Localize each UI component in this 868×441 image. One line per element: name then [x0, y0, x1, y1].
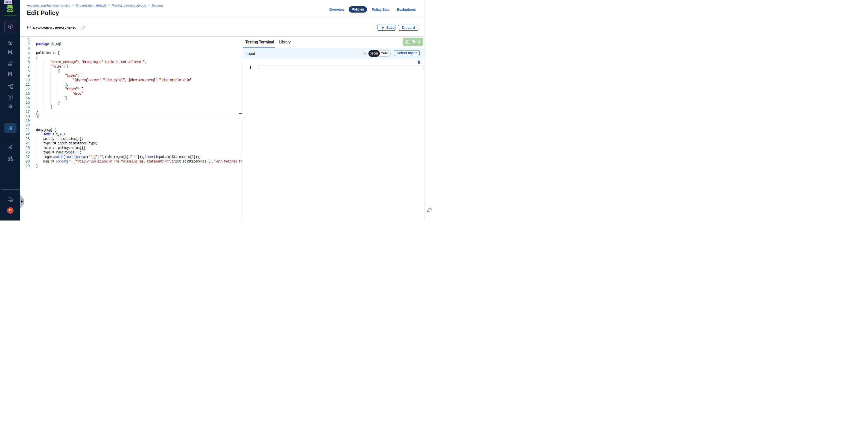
svg-text:?: ?: [9, 198, 11, 200]
